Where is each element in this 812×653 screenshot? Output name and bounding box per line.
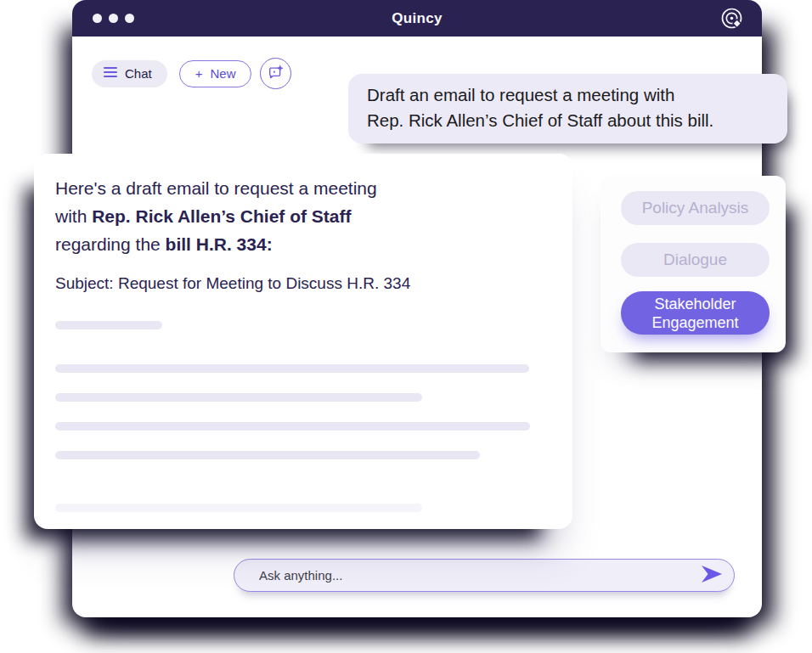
chat-button[interactable]: Chat: [92, 60, 167, 87]
page: Quincy Chat: [0, 0, 812, 653]
ask-anything-input[interactable]: [234, 568, 700, 583]
skeleton-line: [55, 364, 529, 373]
titlebar: Quincy: [72, 0, 762, 37]
menu-icon: [104, 67, 117, 80]
user-message-bubble: Draft an email to request a meeting with…: [348, 74, 787, 144]
assistant-message-card: Here's a draft email to request a meetin…: [34, 154, 572, 529]
skeleton-lines: [34, 154, 572, 529]
pill-dialogue[interactable]: Dialogue: [621, 243, 770, 277]
ai-chat-button[interactable]: [260, 58, 291, 89]
new-button-label: New: [210, 66, 235, 81]
new-chat-button[interactable]: + New: [179, 60, 252, 87]
skeleton-line: [55, 393, 422, 402]
app-title: Quincy: [72, 10, 762, 27]
toolbar: Chat + New: [92, 58, 291, 89]
plus-icon: +: [195, 66, 203, 81]
suggestions-card: Policy Analysis Dialogue Stakeholder Eng…: [601, 176, 786, 352]
send-button[interactable]: [700, 564, 724, 587]
skeleton-line: [55, 504, 422, 512]
composer: [234, 559, 735, 592]
send-arrow-icon: [700, 564, 724, 587]
skeleton-line: [55, 422, 530, 431]
chat-button-label: Chat: [125, 66, 152, 81]
chat-sparkle-icon: [267, 64, 285, 84]
skeleton-line: [55, 451, 480, 459]
quincy-logo-icon: [720, 7, 743, 30]
pill-policy-analysis[interactable]: Policy Analysis: [621, 191, 770, 225]
skeleton-line: [55, 321, 162, 329]
pill-stakeholder-engagement[interactable]: Stakeholder Engagement: [621, 291, 770, 335]
